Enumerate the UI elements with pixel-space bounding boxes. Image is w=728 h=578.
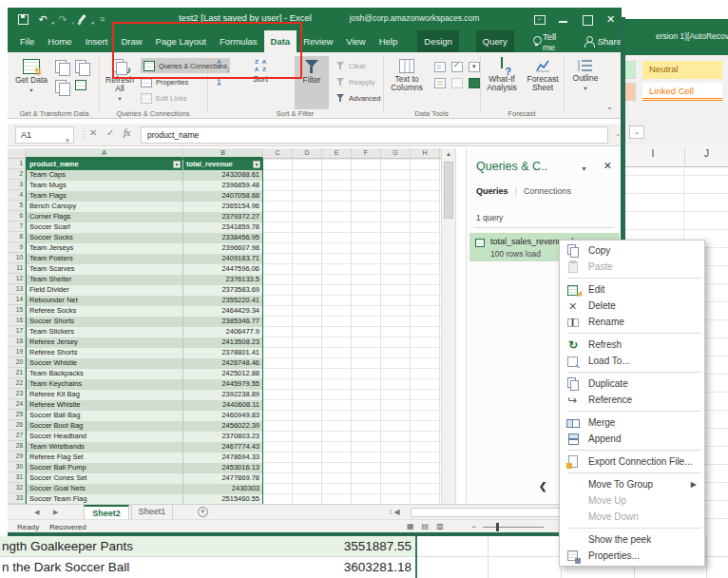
cell-product-name[interactable]: Soccer Socks xyxy=(27,233,183,243)
name-box[interactable]: A1 ▼ xyxy=(15,126,74,144)
cell-total-revenue[interactable]: 2440608.11 xyxy=(183,400,262,411)
table-row[interactable]: Referee Jersey2413508.23 xyxy=(27,337,262,348)
row-number-2[interactable]: 2 xyxy=(8,169,26,180)
cell-product-name[interactable]: Soccer Scarf xyxy=(27,222,183,233)
get-data-button[interactable]: ↯ Get Data ▼ xyxy=(11,56,51,109)
cell-product-name[interactable]: Soccer Boot Bag xyxy=(27,421,183,432)
cell-total-revenue[interactable]: 2460949.83 xyxy=(183,411,262,421)
row-number-1[interactable]: 1 xyxy=(8,159,26,169)
cell-total-revenue[interactable]: 2426748.46 xyxy=(183,358,262,369)
header-cell-total-revenue[interactable]: total_revenue ▼ xyxy=(183,160,262,170)
menu-item-rename[interactable]: Rename xyxy=(560,314,704,330)
cell-product-name[interactable]: Referee Shorts xyxy=(27,348,183,358)
cell-total-revenue[interactable]: 2379372.27 xyxy=(183,212,262,222)
tab-review[interactable]: Review xyxy=(297,30,339,52)
background-cell-value[interactable]: 3551887.55 xyxy=(0,539,412,553)
row-number-17[interactable]: 17 xyxy=(8,326,26,337)
clear-filter-button[interactable]: Clear xyxy=(336,58,380,73)
filter-dropdown-icon[interactable]: ▼ xyxy=(173,161,181,168)
advanced-filter-button[interactable]: Advanced xyxy=(336,90,380,106)
tab-home[interactable]: Home xyxy=(41,30,78,52)
style-chip-linked-cell[interactable]: Linked Cell xyxy=(642,83,722,101)
row-number-26[interactable]: 26 xyxy=(8,420,26,431)
row-number-13[interactable]: 13 xyxy=(8,284,26,295)
table-row[interactable]: Team Backpacks2425012.88 xyxy=(27,369,262,379)
column-header-i[interactable]: I xyxy=(622,148,684,159)
cell-product-name[interactable]: Rebounder Net xyxy=(27,296,183,306)
cell-total-revenue[interactable]: 2467774.43 xyxy=(183,442,262,453)
table-row[interactable]: Referee Kit Bag2392238.89 xyxy=(27,390,262,400)
cell-product-name[interactable]: Bench Canopy xyxy=(27,202,183,212)
cell-product-name[interactable]: Soccer Whistle xyxy=(27,358,183,369)
table-row[interactable]: Rebounder Net2355220.41 xyxy=(27,296,262,306)
table-row[interactable]: Soccer Cones Set2477869.78 xyxy=(27,473,262,484)
menu-item-refresh[interactable]: Refresh xyxy=(560,337,704,353)
column-header-d[interactable]: D xyxy=(293,148,322,159)
data-validation-icon[interactable] xyxy=(469,62,480,72)
row-number-28[interactable]: 28 xyxy=(8,441,26,452)
cell-total-revenue[interactable]: 2370803.23 xyxy=(183,432,262,442)
row-number-6[interactable]: 6 xyxy=(8,211,26,222)
sheet-tab-sheet2[interactable]: Sheet2 xyxy=(84,505,129,519)
cell-total-revenue[interactable]: 2409183.71 xyxy=(183,254,262,264)
chevron-left-icon[interactable]: ❮ xyxy=(539,481,546,491)
normal-view-icon[interactable]: ▦ xyxy=(407,522,414,530)
cell-total-revenue[interactable]: 2341859.78 xyxy=(183,222,262,233)
save-icon[interactable] xyxy=(17,13,29,25)
row-number-32[interactable]: 32 xyxy=(8,483,26,493)
table-row[interactable]: Soccer Shorts2385346.77 xyxy=(27,317,262,327)
close-icon[interactable]: ✕ xyxy=(605,14,616,25)
table-row[interactable]: Soccer Headband2370803.23 xyxy=(27,432,262,442)
cell-total-revenue[interactable]: 2430303 xyxy=(183,484,262,494)
style-chip-neutral[interactable]: Neutral xyxy=(642,61,722,79)
row-number-8[interactable]: 8 xyxy=(8,232,26,242)
existing-connections-icon[interactable] xyxy=(75,80,86,90)
cell-product-name[interactable]: Field Divider xyxy=(27,285,183,296)
insert-function-icon[interactable]: fx xyxy=(124,127,130,138)
table-row[interactable]: Soccer Ball Bag2460949.83 xyxy=(27,411,262,421)
formula-input[interactable]: product_name xyxy=(141,126,608,144)
cell-total-revenue[interactable]: 2456022.39 xyxy=(183,421,262,432)
reapply-button[interactable]: Reapply xyxy=(336,74,380,89)
cell-product-name[interactable]: Team Jerseys xyxy=(27,243,183,254)
from-table-icon[interactable] xyxy=(55,80,70,95)
table-row[interactable]: Soccer Ball Pump2453016.13 xyxy=(27,463,262,473)
touch-mode-icon[interactable]: ▾ xyxy=(77,13,88,25)
recent-sources-icon[interactable] xyxy=(75,60,90,75)
row-number-27[interactable]: 27 xyxy=(8,431,26,441)
cell-total-revenue[interactable]: 2413508.23 xyxy=(183,337,262,348)
manage-data-model-icon[interactable] xyxy=(469,78,480,88)
filter-dropdown-icon[interactable]: ▼ xyxy=(253,161,260,168)
cancel-entry-icon[interactable]: ✕ xyxy=(89,127,97,138)
tab-split-handle[interactable]: ⁞ ◀ xyxy=(390,508,400,516)
cell-product-name[interactable]: Team Stickers xyxy=(27,327,183,337)
cell-product-name[interactable]: Team Mugs xyxy=(27,181,183,191)
table-row[interactable]: Referee Socks2464429.34 xyxy=(27,306,262,317)
column-header-c[interactable]: C xyxy=(263,148,293,159)
table-row[interactable]: Team Keychains2445979.55 xyxy=(27,379,262,390)
cell-product-name[interactable]: Team Posters xyxy=(27,254,183,264)
zoom-out-icon[interactable]: − xyxy=(471,522,476,531)
column-header-f[interactable]: F xyxy=(352,148,381,159)
cell-product-name[interactable]: Corner Flags xyxy=(27,212,183,222)
outline-button[interactable]: Outline ▼ xyxy=(567,56,603,109)
cell-total-revenue[interactable]: 2432088.61 xyxy=(183,170,262,181)
cell-product-name[interactable]: Referee Whistle xyxy=(27,400,183,411)
cell-product-name[interactable]: Soccer Headband xyxy=(27,432,183,442)
enter-entry-icon[interactable]: ✓ xyxy=(106,127,114,138)
cell-product-name[interactable]: Team Scarves xyxy=(27,264,183,275)
cell-total-revenue[interactable]: 2453016.13 xyxy=(183,463,262,473)
column-header-a[interactable]: A xyxy=(26,148,183,159)
row-number-15[interactable]: 15 xyxy=(8,305,26,316)
cell-total-revenue[interactable]: 2407058.68 xyxy=(183,191,262,202)
tab-view[interactable]: View xyxy=(339,30,372,52)
scroll-up-icon[interactable]: ▲ xyxy=(442,148,455,157)
table-row[interactable]: Soccer Goal Nets2430303 xyxy=(27,484,262,494)
row-number-19[interactable]: 19 xyxy=(8,347,26,357)
pane-menu-icon[interactable]: ▼ xyxy=(581,165,587,172)
text-to-columns-button[interactable]: Text to Columns xyxy=(385,56,429,109)
row-number-29[interactable]: 29 xyxy=(8,452,26,462)
table-row[interactable]: Referee Flag Set2478694.33 xyxy=(27,453,262,463)
row-number-24[interactable]: 24 xyxy=(8,399,26,410)
table-row[interactable]: Soccer Boot Bag2456022.39 xyxy=(27,421,262,432)
